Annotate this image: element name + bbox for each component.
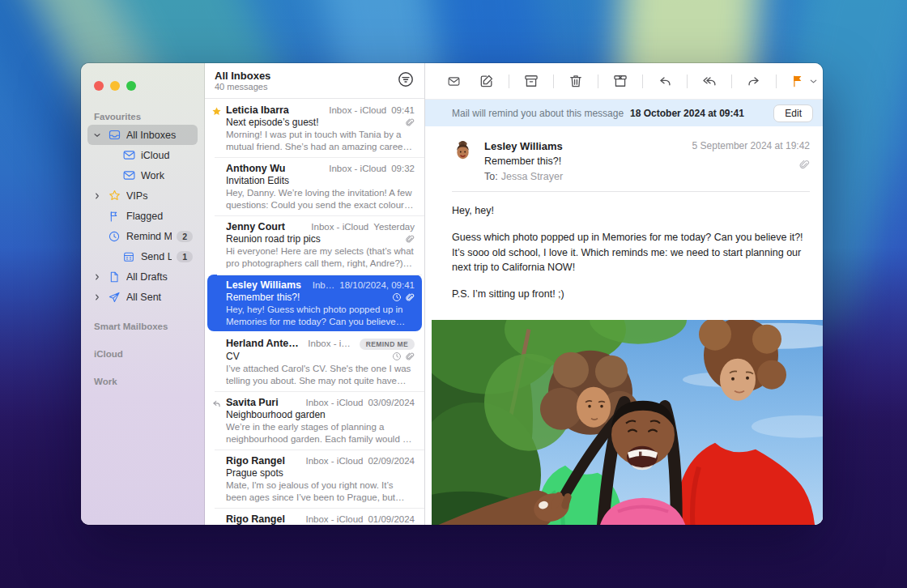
message-row[interactable]: Herland AntezanaInbox - iCl…REMIND MECVI…: [205, 332, 424, 391]
sidebar-section-title: Favourites: [87, 107, 198, 125]
mailbox-label: Inbox - iCloud: [311, 222, 368, 232]
toolbar-separator: [598, 75, 598, 88]
chevron-right-icon[interactable]: [92, 273, 102, 281]
reply-all-button[interactable]: [701, 73, 718, 89]
sender-name: Lesley Williams: [226, 279, 301, 291]
sidebar-item-label: All Sent: [126, 292, 193, 303]
message-row[interactable]: Anthony WuInbox - iCloud09:32Invitation …: [205, 157, 424, 215]
message-row[interactable]: Rigo RangelInbox - iCloud01/09/2024: [205, 508, 424, 525]
forward-button[interactable]: [746, 73, 762, 89]
sidebar-spacer: [87, 334, 198, 344]
clock-icon: [392, 292, 402, 302]
sidebar-item-send-later[interactable]: Send Later1: [87, 246, 198, 266]
sidebar-item-label: Flagged: [126, 211, 193, 222]
edit-reminder-button[interactable]: Edit: [773, 104, 813, 122]
reply-all-icon: [701, 73, 718, 89]
sidebar-item-flagged[interactable]: Flagged: [87, 206, 198, 226]
message-preview: Morning! I was put in touch with Tania b…: [226, 129, 415, 152]
message-time: 01/09/2024: [368, 514, 415, 524]
delete-button[interactable]: [568, 73, 584, 89]
message-recipient[interactable]: Jessa Strayer: [501, 171, 563, 182]
sidebar-item-label: VIPs: [126, 190, 193, 202]
mail-window: FavouritesAll InboxesiCloudWorkVIPsFlagg…: [81, 63, 823, 525]
sender-name: Jenny Court: [226, 221, 285, 232]
get-mail-button[interactable]: [447, 75, 461, 88]
zoom-window-button[interactable]: [126, 81, 136, 91]
forward-icon: [746, 73, 762, 89]
sidebar-item-remind-me[interactable]: Remind Me2: [87, 226, 198, 246]
unread-badge: 1: [177, 251, 193, 262]
reply-button[interactable]: [657, 73, 673, 89]
message-row[interactable]: Leticia IbarraInbox - iCloud09:41Next ep…: [205, 99, 424, 157]
chevron-down-icon[interactable]: [92, 131, 102, 139]
sidebar-item-vips[interactable]: VIPs: [87, 185, 198, 206]
inbox-tray-icon: [107, 128, 121, 142]
paperclip-icon: [798, 159, 810, 170]
chevron-right-icon[interactable]: [92, 192, 102, 200]
message-time: 18/10/2024, 09:41: [339, 280, 415, 290]
message-row[interactable]: Rigo RangelInbox - iCloud02/09/2024Pragu…: [205, 450, 424, 508]
mailboxes-sidebar: FavouritesAll InboxesiCloudWorkVIPsFlagg…: [81, 63, 205, 525]
message-count: 40 messages: [215, 82, 270, 92]
message-body: Hey, hey! Guess which photo popped up in…: [425, 192, 823, 318]
sidebar-item-all-inboxes[interactable]: All Inboxes: [87, 125, 198, 145]
clock-icon: [107, 230, 121, 243]
sidebar-item-work[interactable]: Work: [87, 165, 198, 185]
message-preview: Hey, Danny. We’re loving the invitation!…: [226, 187, 415, 211]
sidebar-item-icloud[interactable]: iCloud: [87, 145, 198, 165]
paperclip-icon: [405, 292, 415, 302]
message-row[interactable]: Savita PuriInbox - iCloud03/09/2024Neigh…: [205, 391, 424, 450]
mailbox-label: Inbox - iCloud: [305, 398, 363, 407]
toolbar-separator: [687, 75, 688, 88]
chevron-right-icon[interactable]: [92, 293, 102, 301]
message-subject: Next episode’s guest!: [226, 117, 402, 128]
close-window-button[interactable]: [94, 81, 104, 91]
sidebar-item-all-drafts[interactable]: All Drafts: [87, 266, 198, 287]
toolbar-separator: [553, 75, 554, 88]
sidebar-item-label: iCloud: [141, 150, 193, 161]
sender-name: Savita Puri: [226, 397, 279, 408]
star-icon: [107, 189, 121, 202]
sidebar-section-title: iCloud: [87, 344, 198, 362]
sidebar-item-label: All Drafts: [126, 271, 193, 283]
trash-icon: [568, 73, 584, 89]
sidebar-item-label: Work: [141, 170, 193, 181]
desktop-background: FavouritesAll InboxesiCloudWorkVIPsFlagg…: [0, 0, 907, 588]
message-preview: We’re in the early stages of planning a …: [226, 421, 415, 445]
filter-messages-button[interactable]: [397, 70, 415, 91]
message-preview: I’ve attached Carol's CV. She's the one …: [226, 363, 415, 386]
reading-pane: Mail will remind you about this message …: [425, 63, 823, 525]
sender-name: Rigo Rangel: [226, 513, 285, 525]
flag-button[interactable]: [790, 74, 805, 88]
compose-icon: [479, 73, 495, 89]
archive-button[interactable]: [523, 73, 539, 89]
message-time: 03/09/2024: [368, 398, 415, 407]
toolbar-separator: [642, 75, 643, 88]
sidebar-item-all-sent[interactable]: All Sent: [87, 287, 198, 307]
sidebar-item-label: Remind Me: [126, 231, 172, 242]
mailbox-label: Inbox - iCloud: [305, 456, 363, 466]
minimize-window-button[interactable]: [110, 81, 120, 91]
filter-icon: [397, 70, 415, 91]
flag-menu-button[interactable]: [809, 77, 818, 86]
toolbar-separator: [731, 75, 732, 88]
photo-attachment[interactable]: [432, 320, 823, 525]
sender-name: Anthony Wu: [226, 163, 285, 174]
junk-button[interactable]: [612, 73, 628, 89]
mailbox-label: Inbox - iCloud: [305, 514, 363, 524]
message-row[interactable]: Lesley WilliamsInb…18/10/2024, 09:41Reme…: [207, 275, 422, 331]
message-subject: Remember this?!: [226, 292, 389, 303]
replied-icon: [211, 398, 222, 409]
message-list-header: All Inboxes 40 messages: [205, 63, 424, 99]
message-row[interactable]: Jenny CourtInbox - iCloudYesterdayReunio…: [205, 215, 424, 274]
message-header: Lesley Williams Remember this?! To:Jessa…: [425, 126, 823, 192]
to-label: To:: [484, 171, 498, 182]
message-time: 02/09/2024: [368, 456, 415, 466]
toolbar-separator: [776, 75, 777, 88]
message-preview: Hey, hey! Guess which photo popped up in…: [226, 304, 415, 327]
unread-badge: 2: [177, 231, 193, 242]
compose-button[interactable]: [479, 73, 495, 89]
paperclip-icon: [405, 234, 415, 244]
message-date: 5 September 2024 at 19:42: [692, 139, 810, 152]
sender-name: Leticia Ibarra: [226, 104, 289, 116]
